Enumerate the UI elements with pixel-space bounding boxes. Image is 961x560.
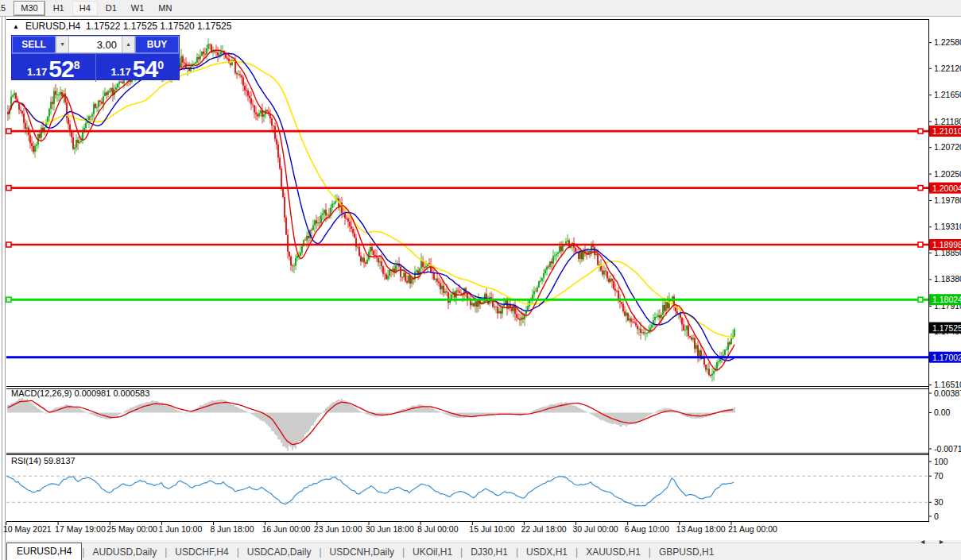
rsi-tick-label: 0 <box>934 512 939 521</box>
buy-price-prefix: 1.17 <box>111 64 131 80</box>
sell-price-pip: 8 <box>74 61 80 69</box>
price-badge-1.17002: 1.17002 <box>929 352 961 363</box>
volume-increase-button[interactable]: ▴ <box>122 36 135 53</box>
time-tick-label: 10 May 2021 <box>3 524 52 534</box>
price-badge-text: 1.18998 <box>932 240 961 249</box>
buy-price-pip: 0 <box>157 61 164 69</box>
time-tick-label: 25 May 00:00 <box>107 524 157 534</box>
spinner-down-icon: ▾ <box>60 41 64 48</box>
chart-canvas[interactable]: 1.225801.221201.216501.211801.207201.202… <box>0 0 961 560</box>
volume-input[interactable] <box>69 36 122 53</box>
hline-handle[interactable] <box>6 186 11 191</box>
time-tick-label: 6 Aug 10:00 <box>625 524 669 534</box>
buy-price[interactable]: 1.17 54 0 <box>96 54 180 82</box>
volume-decrease-button[interactable]: ▾ <box>56 36 69 53</box>
chart-background <box>6 16 961 540</box>
macd-label: MACD(12,26,9) 0.000981 0.000583 <box>11 388 149 398</box>
time-axis: 10 May 202117 May 19:0025 May 00:001 Jun… <box>3 522 777 534</box>
time-tick-label: 13 Aug 18:00 <box>676 524 726 534</box>
time-tick-label: 30 Jun 18:00 <box>366 524 414 534</box>
price-tick-label: 1.21180 <box>934 117 961 126</box>
time-tick-label: 30 Jul 00:00 <box>573 524 618 534</box>
hline-handle[interactable] <box>918 129 923 133</box>
time-tick-label: 16 Jun 00:00 <box>262 524 311 534</box>
spinner-up-icon: ▴ <box>126 41 130 48</box>
price-badge-1.18998: 1.18998 <box>929 239 961 250</box>
price-badge-text: 1.17525 <box>932 323 961 333</box>
buy-button[interactable]: BUY <box>135 36 179 53</box>
price-badge-1.20004: 1.20004 <box>929 183 961 194</box>
rsi-tick-label: 70 <box>934 471 944 481</box>
price-tick-label: 1.22580 <box>934 37 961 47</box>
price-badge-text: 1.21010 <box>932 126 961 136</box>
price-badge-1.21010: 1.21010 <box>929 126 961 137</box>
price-tick-label: 1.19310 <box>934 222 961 231</box>
chart-header: ▲ EURUSD,H4 1.17522 1.17525 1.17520 1.17… <box>13 21 231 32</box>
tab-scroll-arrows: ◂ ▸ <box>920 537 950 546</box>
time-tick-label: 17 May 19:00 <box>55 524 106 534</box>
tab-scroll-right-icon[interactable]: ▸ <box>940 537 950 546</box>
rsi-tick-label: 100 <box>934 457 948 466</box>
time-tick-label: 22 Jul 18:00 <box>521 524 566 534</box>
macd-tick-label: 0.00 <box>934 407 951 417</box>
collapse-triangle-icon[interactable]: ▲ <box>13 23 19 30</box>
macd-tick-label: -0.007195 <box>934 444 961 454</box>
hline-handle[interactable] <box>6 297 11 302</box>
sell-button[interactable]: SELL <box>12 36 56 53</box>
price-tick-label: 1.18380 <box>934 274 961 284</box>
rsi-tick-label: 30 <box>934 497 944 507</box>
price-badge-1.17525: 1.17525 <box>929 322 961 334</box>
buy-price-big: 54 <box>133 58 157 80</box>
sell-price-prefix: 1.17 <box>27 64 47 80</box>
rsi-label: RSI(14) 59.8137 <box>11 456 76 465</box>
price-badge-text: 1.20004 <box>932 183 961 193</box>
hline-handle[interactable] <box>6 242 11 247</box>
sell-price[interactable]: 1.17 52 8 <box>12 54 96 82</box>
time-tick-label: 21 Aug 00:00 <box>728 524 777 534</box>
hline-handle[interactable] <box>6 129 11 133</box>
price-tick-label: 1.22120 <box>934 64 961 73</box>
tab-scroll-left-icon[interactable]: ◂ <box>920 537 931 546</box>
hline-handle[interactable] <box>918 242 923 247</box>
hline-handle[interactable] <box>918 297 923 302</box>
price-tick-label: 1.20720 <box>934 142 961 152</box>
price-badge-1.18024: 1.18024 <box>929 294 961 305</box>
symbol-quote-text: EURUSD,H4 1.17522 1.17525 1.17520 1.1752… <box>25 21 232 32</box>
time-tick-label: 8 Jul 00:00 <box>417 524 459 534</box>
macd-tick-label: 0.003873 <box>934 388 961 398</box>
time-tick-label: 1 Jun 10:00 <box>158 524 202 534</box>
time-tick-label: 8 Jun 18:00 <box>211 524 254 534</box>
time-tick-label: 15 Jul 10:00 <box>469 524 514 534</box>
time-tick-label: 23 Jun 10:00 <box>314 524 362 534</box>
hline-handle[interactable] <box>918 186 923 191</box>
price-tick-label: 1.19780 <box>934 195 961 205</box>
price-badge-text: 1.18024 <box>932 295 961 304</box>
price-badge-text: 1.17002 <box>932 353 961 362</box>
sell-price-big: 52 <box>48 58 73 80</box>
price-tick-label: 1.21650 <box>934 90 961 99</box>
price-tick-label: 1.20250 <box>934 169 961 179</box>
mt4-window: 15M30H1H4D1W1MN ▲ EURUSD,H4 1.17522 1.17… <box>0 0 961 560</box>
one-click-trading-panel: SELL ▾ ▴ BUY 1.17 52 8 1.17 54 0 <box>11 35 180 80</box>
